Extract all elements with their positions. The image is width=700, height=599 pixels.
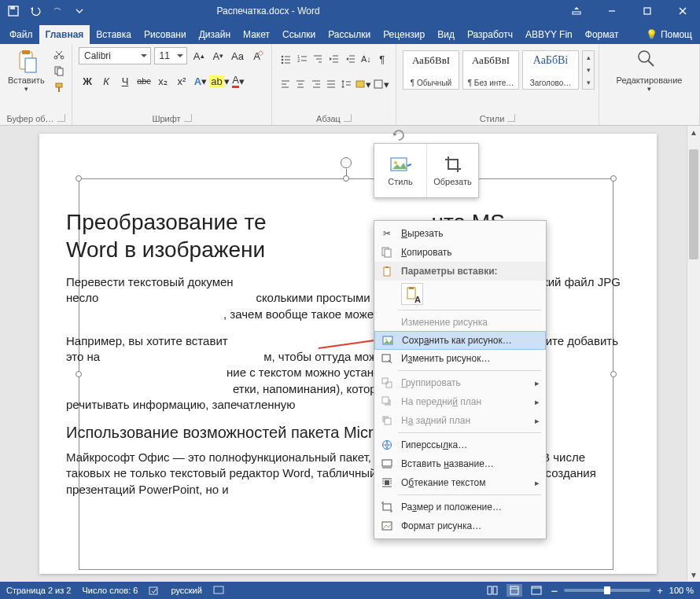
ctx-insert-caption[interactable]: Вставить название… <box>374 454 546 473</box>
scroll-thumb[interactable] <box>689 149 698 259</box>
numbering-button[interactable]: 12 <box>294 50 308 68</box>
maximize-button[interactable] <box>629 0 665 22</box>
picture-style-button[interactable]: Стиль <box>374 144 426 197</box>
ctx-cut[interactable]: ✂Вырезать <box>374 224 546 243</box>
status-language[interactable]: русский <box>171 586 201 595</box>
view-print-layout[interactable] <box>507 584 522 597</box>
tab-layout[interactable]: Макет <box>237 25 276 44</box>
resize-handle-tm[interactable] <box>343 175 349 182</box>
ctx-wrap-text[interactable]: Обтекание текстом <box>374 473 546 492</box>
styles-down[interactable]: ▾ <box>583 64 594 76</box>
strike-button[interactable]: abc <box>135 72 153 90</box>
tab-insert[interactable]: Вставка <box>90 25 138 44</box>
view-read-mode[interactable] <box>484 584 500 597</box>
styles-launcher[interactable] <box>507 114 515 122</box>
style-no-spacing[interactable]: АаБбВвІ¶ Без инте… <box>462 50 519 90</box>
tab-home[interactable]: Главная <box>39 25 90 44</box>
show-marks-button[interactable]: ¶ <box>375 50 389 68</box>
bullets-button[interactable] <box>278 50 293 68</box>
view-web-layout[interactable] <box>529 584 544 597</box>
superscript-button[interactable]: x² <box>173 72 190 90</box>
redo-button[interactable] <box>49 2 66 20</box>
cut-button[interactable] <box>51 47 67 61</box>
status-word-count[interactable]: Число слов: 6 <box>82 586 138 595</box>
scroll-down[interactable]: ▼ <box>687 568 700 582</box>
font-launcher[interactable] <box>184 114 192 122</box>
text-effects-button[interactable]: A▾ <box>192 72 209 90</box>
close-button[interactable] <box>665 0 700 22</box>
tell-me[interactable]: 💡Помощ <box>638 25 700 44</box>
font-color-button[interactable]: A▾ <box>230 72 247 90</box>
status-page[interactable]: Страница 2 из 2 <box>6 586 71 595</box>
paragraph-launcher[interactable] <box>344 114 352 122</box>
ctx-size-position[interactable]: Размер и положение… <box>374 498 546 516</box>
style-normal[interactable]: АаБбВвІ¶ Обычный <box>403 50 459 90</box>
align-center-button[interactable] <box>293 75 307 93</box>
copy-button[interactable] <box>51 64 67 78</box>
shading-button[interactable]: ▾ <box>355 75 371 93</box>
resize-handle-tr[interactable] <box>610 175 617 182</box>
zoom-level[interactable]: 100 % <box>669 586 694 595</box>
italic-button[interactable]: К <box>98 72 115 90</box>
zoom-knob[interactable] <box>604 586 610 594</box>
highlight-button[interactable]: ab▾ <box>211 72 228 90</box>
tab-mailings[interactable]: Рассылки <box>322 25 377 44</box>
format-painter-button[interactable] <box>51 80 67 94</box>
undo-button[interactable] <box>27 2 44 20</box>
font-size-combo[interactable]: 11 <box>154 47 188 64</box>
minimize-button[interactable] <box>594 0 629 22</box>
shrink-font-button[interactable]: A▾ <box>210 47 227 64</box>
styles-up[interactable]: ▴ <box>583 51 594 64</box>
tab-format[interactable]: Формат <box>579 25 625 44</box>
tab-draw[interactable]: Рисовани <box>138 25 193 44</box>
status-track-changes[interactable] <box>213 586 224 595</box>
borders-button[interactable]: ▾ <box>373 75 389 93</box>
window-title: Распечатка.docx - Word <box>88 6 448 17</box>
underline-button[interactable]: Ч <box>116 72 134 90</box>
resize-handle-tl[interactable] <box>76 175 82 182</box>
clear-formatting-button[interactable]: A◇ <box>249 47 265 64</box>
ribbon-display-options[interactable] <box>558 0 594 22</box>
ctx-edit-picture[interactable]: Изменить рисунок… <box>374 349 546 368</box>
zoom-slider[interactable] <box>564 589 650 592</box>
justify-button[interactable] <box>324 75 337 93</box>
crop-button[interactable]: Обрезать <box>426 144 478 197</box>
bold-button[interactable]: Ж <box>79 72 96 90</box>
font-name-combo[interactable]: Calibri <box>79 47 151 64</box>
ctx-copy[interactable]: Копировать <box>374 243 546 262</box>
tab-references[interactable]: Ссылки <box>276 25 322 44</box>
change-case-button[interactable]: Aa <box>230 47 246 64</box>
style-heading1[interactable]: АаБбВіЗаголово… <box>522 50 579 90</box>
paste-button[interactable]: Вставить ▾ <box>6 47 46 94</box>
zoom-out-button[interactable]: − <box>551 584 558 597</box>
ctx-hyperlink[interactable]: Гиперссылка… <box>374 435 546 454</box>
styles-more[interactable]: ▾ <box>583 76 594 89</box>
increase-indent-button[interactable] <box>343 50 357 68</box>
paste-option-keep-text[interactable]: A <box>401 283 423 305</box>
decrease-indent-button[interactable] <box>326 50 341 68</box>
vertical-scrollbar[interactable]: ▲ ▼ <box>687 126 700 582</box>
ctx-format-picture[interactable]: Формат рисунка… <box>374 516 546 535</box>
align-right-button[interactable] <box>309 75 322 93</box>
align-left-button[interactable] <box>278 75 292 93</box>
tab-review[interactable]: Рецензир <box>377 25 431 44</box>
clipboard-launcher[interactable] <box>57 114 65 122</box>
rotate-handle[interactable] <box>341 157 352 168</box>
tab-file[interactable]: Файл <box>3 25 39 44</box>
multilevel-list-button[interactable] <box>311 50 325 68</box>
tab-abbyy[interactable]: ABBYY Fin <box>519 25 579 44</box>
customize-qat-button[interactable] <box>71 2 88 20</box>
status-spellcheck[interactable] <box>149 585 160 596</box>
zoom-in-button[interactable]: + <box>657 585 663 597</box>
editing-button[interactable]: Редактирование ▾ <box>615 47 684 94</box>
ctx-save-as-picture[interactable]: Сохранить как рисунок… <box>374 331 546 350</box>
tab-view[interactable]: Вид <box>431 25 461 44</box>
grow-font-button[interactable]: A▴ <box>190 47 207 64</box>
scroll-up[interactable]: ▲ <box>687 126 700 139</box>
save-button[interactable] <box>5 2 22 20</box>
subscript-button[interactable]: x₂ <box>154 72 171 90</box>
tab-design[interactable]: Дизайн <box>193 25 237 44</box>
line-spacing-button[interactable] <box>340 75 353 93</box>
sort-button[interactable]: A↓ <box>359 50 373 68</box>
tab-developer[interactable]: Разработч <box>461 25 519 44</box>
